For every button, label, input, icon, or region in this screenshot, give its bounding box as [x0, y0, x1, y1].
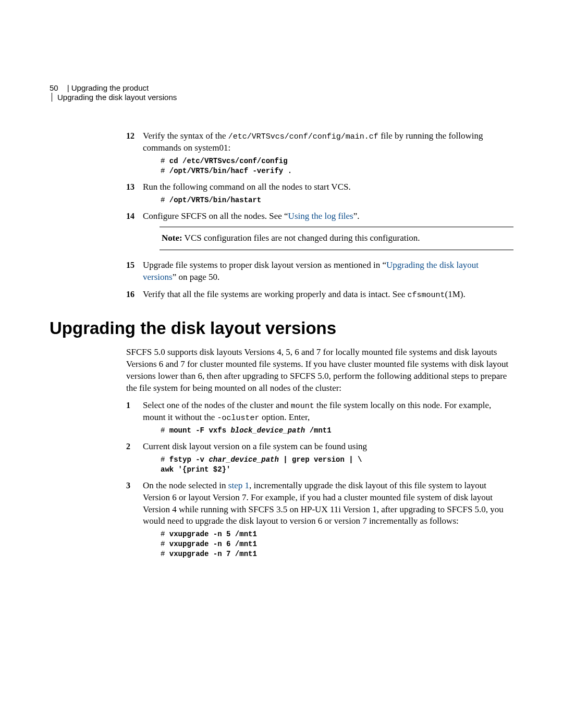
step-16: 16 Verify that all the file systems are …: [126, 289, 513, 301]
procedure-steps-upgrade: 1 Select one of the nodes of the cluster…: [126, 400, 513, 560]
code-block: # cd /etc/VRTSvcs/conf/config # /opt/VRT…: [161, 156, 513, 176]
step-2: 2 Current disk layout version on a file …: [126, 441, 513, 475]
step-12: 12 Verify the syntax of the /etc/VRTSvcs…: [126, 130, 513, 176]
procedure-steps-continued: 12 Verify the syntax of the /etc/VRTSvcs…: [126, 130, 513, 301]
step-13: 13 Run the following command on all the …: [126, 181, 513, 205]
code-block: # mount -F vxfs block_device_path /mnt1: [161, 426, 513, 436]
note-box: Note: VCS configuration files are not ch…: [160, 227, 513, 250]
section-heading: Upgrading the disk layout versions: [50, 318, 513, 338]
page-header: 50 |Upgrading the product Upgrading the …: [50, 83, 513, 102]
header-section: Upgrading the disk layout versions: [52, 93, 513, 102]
step-1: 1 Select one of the nodes of the cluster…: [126, 400, 513, 436]
step-15: 15 Upgrade file systems to proper disk l…: [126, 260, 513, 283]
section-intro: SFCFS 5.0 supports disk layouts Versions…: [126, 347, 513, 394]
step-14: 14 Configure SFCFS on all the nodes. See…: [126, 211, 513, 250]
code-block: # fstyp -v char_device_path | grep versi…: [161, 455, 513, 475]
link-step-1[interactable]: step 1: [228, 480, 249, 490]
page-number: 50: [50, 83, 58, 92]
code-block: # vxupgrade -n 5 /mnt1 # vxupgrade -n 6 …: [161, 529, 513, 559]
page-body: 12 Verify the syntax of the /etc/VRTSvcs…: [126, 130, 513, 559]
header-chapter: |Upgrading the product: [50, 83, 513, 92]
step-3: 3 On the node selected in step 1, increm…: [126, 480, 513, 559]
code-block: # /opt/VRTS/bin/hastart: [161, 195, 513, 205]
document-page: 50 |Upgrading the product Upgrading the …: [0, 0, 563, 596]
link-using-log-files[interactable]: Using the log files: [288, 211, 353, 221]
